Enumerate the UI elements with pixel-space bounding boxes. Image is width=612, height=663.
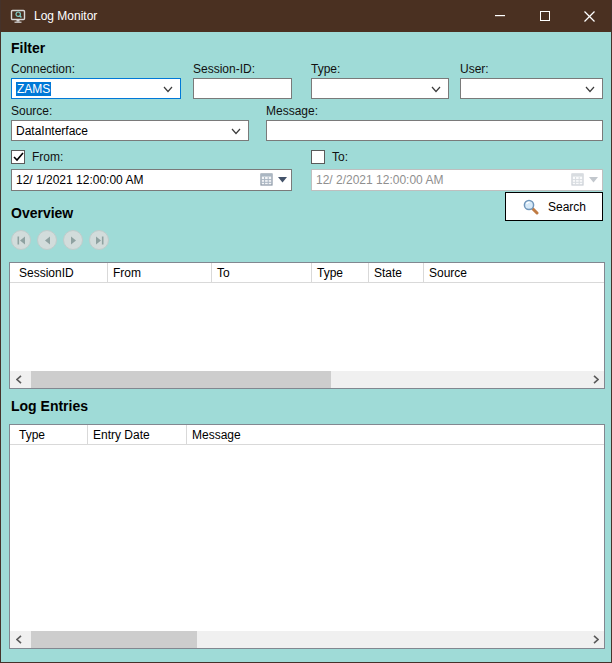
from-date-value: 12/ 1/2021 12:00:00 AM [16, 173, 143, 187]
scroll-right-icon[interactable] [587, 371, 604, 388]
checkmark-icon [13, 152, 24, 162]
chevron-down-icon [231, 128, 241, 135]
calendar-icon [260, 173, 274, 186]
overview-table: SessionID From To Type State Source [9, 262, 605, 389]
to-datetime-picker: 12/ 2/2021 12:00:00 AM [311, 169, 603, 191]
column-header-type[interactable]: Type [10, 425, 88, 444]
dropdown-arrow-icon [589, 177, 598, 183]
from-label: From: [32, 150, 63, 164]
from-checkbox[interactable] [11, 150, 25, 164]
overview-scroll-thumb[interactable] [31, 371, 331, 388]
overview-table-body[interactable] [10, 283, 604, 371]
previous-page-button[interactable] [37, 230, 57, 250]
maximize-icon [540, 11, 550, 21]
overview-table-header: SessionID From To Type State Source [10, 263, 604, 283]
first-page-icon [17, 236, 26, 245]
chevron-down-icon [163, 86, 173, 93]
dropdown-arrow-icon [278, 177, 287, 183]
column-header-sessionid[interactable]: SessionID [10, 263, 108, 282]
window-title: Log Monitor [34, 9, 477, 23]
log-entries-table-header: Type Entry Date Message [10, 425, 604, 445]
connection-combobox[interactable]: ZAMS [11, 78, 181, 99]
next-page-button[interactable] [63, 230, 83, 250]
message-input[interactable] [266, 120, 603, 141]
next-page-icon [70, 236, 77, 245]
to-label: To: [332, 150, 348, 164]
connection-value: ZAMS [16, 82, 51, 96]
scroll-right-icon[interactable] [587, 631, 604, 648]
chevron-down-icon [431, 86, 441, 93]
connection-label: Connection: [11, 62, 75, 76]
user-label: User: [460, 62, 489, 76]
filter-heading: Filter [11, 40, 45, 56]
first-page-button[interactable] [11, 230, 31, 250]
scroll-left-icon[interactable] [10, 371, 27, 388]
minimize-button[interactable] [477, 0, 522, 32]
message-label: Message: [266, 104, 318, 118]
from-datetime-picker[interactable]: 12/ 1/2021 12:00:00 AM [11, 169, 292, 191]
to-checkbox[interactable] [311, 150, 325, 164]
last-page-icon [95, 236, 104, 245]
column-header-message[interactable]: Message [187, 425, 604, 444]
user-combobox[interactable] [460, 78, 603, 99]
minimize-icon [495, 15, 505, 17]
previous-page-icon [44, 236, 51, 245]
column-header-to[interactable]: To [212, 263, 312, 282]
maximize-button[interactable] [522, 0, 567, 32]
session-id-input[interactable] [193, 78, 292, 99]
source-label: Source: [11, 104, 52, 118]
log-entries-table-body[interactable] [10, 445, 604, 631]
search-button-label: Search [548, 200, 586, 214]
column-header-from[interactable]: From [108, 263, 212, 282]
app-monitor-magnifier-icon [10, 8, 26, 24]
type-combobox[interactable] [311, 78, 449, 99]
calendar-icon [571, 173, 585, 186]
source-combobox[interactable]: DataInterface [11, 120, 249, 141]
session-id-label: Session-ID: [193, 62, 255, 76]
close-icon [584, 11, 595, 22]
column-header-source[interactable]: Source [424, 263, 604, 282]
log-entries-scroll-track[interactable] [27, 631, 587, 648]
log-entries-horizontal-scrollbar[interactable] [10, 631, 604, 648]
log-entries-table: Type Entry Date Message [9, 424, 605, 649]
log-entries-scroll-thumb[interactable] [31, 631, 197, 648]
column-header-entry-date[interactable]: Entry Date [88, 425, 187, 444]
type-label: Type: [311, 62, 340, 76]
last-page-button[interactable] [89, 230, 109, 250]
search-button[interactable]: Search [505, 192, 603, 221]
titlebar: Log Monitor [0, 0, 612, 32]
overview-scroll-track[interactable] [27, 371, 587, 388]
to-date-value: 12/ 2/2021 12:00:00 AM [316, 173, 443, 187]
source-value: DataInterface [16, 124, 88, 138]
log-entries-heading: Log Entries [11, 398, 88, 414]
column-header-type[interactable]: Type [312, 263, 369, 282]
overview-horizontal-scrollbar[interactable] [10, 371, 604, 388]
search-icon [522, 198, 539, 215]
chevron-down-icon [585, 86, 595, 93]
overview-heading: Overview [11, 205, 73, 221]
scroll-left-icon[interactable] [10, 631, 27, 648]
close-button[interactable] [567, 0, 612, 32]
column-header-state[interactable]: State [369, 263, 424, 282]
log-monitor-window: Log Monitor Filter Connection: Session-I… [0, 0, 612, 663]
